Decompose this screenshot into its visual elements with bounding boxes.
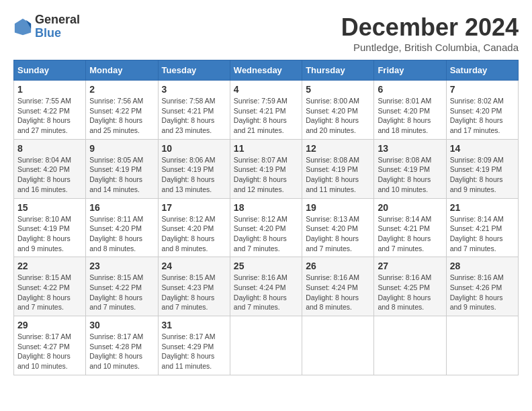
- day-number: 3: [162, 84, 226, 95]
- calendar-cell: [374, 316, 446, 375]
- calendar-cell: 7Sunrise: 8:02 AMSunset: 4:20 PMDaylight…: [446, 81, 518, 140]
- day-number: 15: [17, 202, 82, 213]
- day-info: Sunrise: 8:17 AMSunset: 4:29 PMDaylight:…: [162, 332, 226, 371]
- day-number: 31: [162, 320, 226, 330]
- day-number: 11: [234, 143, 298, 154]
- logo: General Blue: [13, 13, 80, 40]
- logo-blue: Blue: [35, 27, 80, 40]
- calendar-cell: 26Sunrise: 8:16 AMSunset: 4:24 PMDayligh…: [302, 257, 374, 316]
- day-info: Sunrise: 8:16 AMSunset: 4:25 PMDaylight:…: [378, 273, 442, 312]
- calendar-cell: 14Sunrise: 8:09 AMSunset: 4:19 PMDayligh…: [446, 139, 518, 198]
- calendar-cell: 12Sunrise: 8:08 AMSunset: 4:19 PMDayligh…: [302, 139, 374, 198]
- calendar-cell: 13Sunrise: 8:08 AMSunset: 4:19 PMDayligh…: [374, 139, 446, 198]
- day-info: Sunrise: 8:08 AMSunset: 4:19 PMDaylight:…: [378, 155, 442, 195]
- calendar-cell: 9Sunrise: 8:05 AMSunset: 4:19 PMDaylight…: [86, 139, 158, 198]
- logo-text: General Blue: [35, 13, 80, 40]
- page-header: General Blue December 2024 Puntledge, Br…: [13, 13, 519, 53]
- weekday-header-friday: Friday: [374, 60, 446, 81]
- day-number: 14: [450, 143, 515, 154]
- weekday-header-tuesday: Tuesday: [158, 60, 230, 81]
- calendar-cell: 17Sunrise: 8:12 AMSunset: 4:20 PMDayligh…: [158, 198, 230, 257]
- weekday-header-thursday: Thursday: [302, 60, 374, 81]
- day-info: Sunrise: 8:17 AMSunset: 4:27 PMDaylight:…: [17, 332, 82, 371]
- day-info: Sunrise: 8:12 AMSunset: 4:20 PMDaylight:…: [162, 214, 226, 254]
- day-number: 1: [17, 84, 82, 95]
- calendar-cell: 15Sunrise: 8:10 AMSunset: 4:19 PMDayligh…: [14, 198, 86, 257]
- day-info: Sunrise: 8:04 AMSunset: 4:20 PMDaylight:…: [17, 155, 82, 195]
- calendar-cell: 24Sunrise: 8:15 AMSunset: 4:23 PMDayligh…: [158, 257, 230, 316]
- day-info: Sunrise: 8:02 AMSunset: 4:20 PMDaylight:…: [450, 96, 515, 136]
- day-number: 10: [162, 143, 226, 154]
- day-number: 22: [17, 261, 82, 271]
- day-number: 23: [89, 261, 154, 271]
- day-number: 28: [450, 261, 515, 271]
- day-info: Sunrise: 8:15 AMSunset: 4:22 PMDaylight:…: [89, 273, 154, 312]
- day-number: 16: [89, 202, 154, 213]
- title-block: December 2024 Puntledge, British Columbi…: [341, 13, 519, 53]
- day-info: Sunrise: 7:59 AMSunset: 4:21 PMDaylight:…: [234, 96, 298, 136]
- calendar-cell: 31Sunrise: 8:17 AMSunset: 4:29 PMDayligh…: [158, 316, 230, 375]
- day-number: 5: [306, 84, 370, 95]
- calendar-cell: 4Sunrise: 7:59 AMSunset: 4:21 PMDaylight…: [230, 81, 302, 140]
- day-info: Sunrise: 8:14 AMSunset: 4:21 PMDaylight:…: [450, 214, 515, 254]
- calendar-cell: 2Sunrise: 7:56 AMSunset: 4:22 PMDaylight…: [86, 81, 158, 140]
- day-info: Sunrise: 8:08 AMSunset: 4:19 PMDaylight:…: [306, 155, 370, 195]
- calendar-cell: [302, 316, 374, 375]
- day-info: Sunrise: 8:15 AMSunset: 4:22 PMDaylight:…: [17, 273, 82, 312]
- weekday-header-saturday: Saturday: [446, 60, 518, 81]
- location: Puntledge, British Columbia, Canada: [341, 42, 519, 53]
- day-info: Sunrise: 8:17 AMSunset: 4:28 PMDaylight:…: [89, 332, 154, 371]
- day-info: Sunrise: 8:14 AMSunset: 4:21 PMDaylight:…: [378, 214, 442, 254]
- day-number: 19: [306, 202, 370, 213]
- calendar-cell: 16Sunrise: 8:11 AMSunset: 4:20 PMDayligh…: [86, 198, 158, 257]
- calendar-cell: 10Sunrise: 8:06 AMSunset: 4:19 PMDayligh…: [158, 139, 230, 198]
- day-info: Sunrise: 8:16 AMSunset: 4:24 PMDaylight:…: [306, 273, 370, 312]
- day-number: 6: [378, 84, 442, 95]
- calendar-cell: 27Sunrise: 8:16 AMSunset: 4:25 PMDayligh…: [374, 257, 446, 316]
- calendar-cell: 18Sunrise: 8:12 AMSunset: 4:20 PMDayligh…: [230, 198, 302, 257]
- day-number: 4: [234, 84, 298, 95]
- day-number: 13: [378, 143, 442, 154]
- calendar-cell: 30Sunrise: 8:17 AMSunset: 4:28 PMDayligh…: [86, 316, 158, 375]
- day-number: 27: [378, 261, 442, 271]
- svg-marker-0: [15, 19, 31, 35]
- calendar-cell: [446, 316, 518, 375]
- day-info: Sunrise: 8:16 AMSunset: 4:26 PMDaylight:…: [450, 273, 515, 312]
- weekday-header-sunday: Sunday: [14, 60, 86, 81]
- logo-icon: [13, 17, 32, 36]
- day-number: 2: [89, 84, 154, 95]
- calendar-cell: 25Sunrise: 8:16 AMSunset: 4:24 PMDayligh…: [230, 257, 302, 316]
- day-info: Sunrise: 8:06 AMSunset: 4:19 PMDaylight:…: [162, 155, 226, 195]
- calendar-cell: 28Sunrise: 8:16 AMSunset: 4:26 PMDayligh…: [446, 257, 518, 316]
- calendar-table: SundayMondayTuesdayWednesdayThursdayFrid…: [13, 60, 519, 375]
- day-number: 26: [306, 261, 370, 271]
- day-number: 12: [306, 143, 370, 154]
- day-number: 8: [17, 143, 82, 154]
- day-info: Sunrise: 8:07 AMSunset: 4:19 PMDaylight:…: [234, 155, 298, 195]
- calendar-cell: 20Sunrise: 8:14 AMSunset: 4:21 PMDayligh…: [374, 198, 446, 257]
- day-info: Sunrise: 8:12 AMSunset: 4:20 PMDaylight:…: [234, 214, 298, 254]
- weekday-header-row: SundayMondayTuesdayWednesdayThursdayFrid…: [14, 60, 519, 81]
- week-row-2: 8Sunrise: 8:04 AMSunset: 4:20 PMDaylight…: [14, 139, 519, 198]
- day-info: Sunrise: 8:09 AMSunset: 4:19 PMDaylight:…: [450, 155, 515, 195]
- day-info: Sunrise: 8:15 AMSunset: 4:23 PMDaylight:…: [162, 273, 226, 312]
- day-number: 24: [162, 261, 226, 271]
- calendar-cell: 29Sunrise: 8:17 AMSunset: 4:27 PMDayligh…: [14, 316, 86, 375]
- weekday-header-wednesday: Wednesday: [230, 60, 302, 81]
- week-row-5: 29Sunrise: 8:17 AMSunset: 4:27 PMDayligh…: [14, 316, 519, 375]
- weekday-header-monday: Monday: [86, 60, 158, 81]
- day-info: Sunrise: 7:55 AMSunset: 4:22 PMDaylight:…: [17, 96, 82, 136]
- calendar-cell: 8Sunrise: 8:04 AMSunset: 4:20 PMDaylight…: [14, 139, 86, 198]
- day-number: 20: [378, 202, 442, 213]
- week-row-1: 1Sunrise: 7:55 AMSunset: 4:22 PMDaylight…: [14, 81, 519, 140]
- day-info: Sunrise: 8:11 AMSunset: 4:20 PMDaylight:…: [89, 214, 154, 254]
- day-info: Sunrise: 7:56 AMSunset: 4:22 PMDaylight:…: [89, 96, 154, 136]
- day-number: 30: [89, 320, 154, 330]
- day-info: Sunrise: 8:00 AMSunset: 4:20 PMDaylight:…: [306, 96, 370, 136]
- calendar-cell: 23Sunrise: 8:15 AMSunset: 4:22 PMDayligh…: [86, 257, 158, 316]
- calendar-cell: 1Sunrise: 7:55 AMSunset: 4:22 PMDaylight…: [14, 81, 86, 140]
- day-info: Sunrise: 8:10 AMSunset: 4:19 PMDaylight:…: [17, 214, 82, 254]
- calendar-cell: [230, 316, 302, 375]
- month-title: December 2024: [341, 13, 519, 42]
- calendar-cell: 19Sunrise: 8:13 AMSunset: 4:20 PMDayligh…: [302, 198, 374, 257]
